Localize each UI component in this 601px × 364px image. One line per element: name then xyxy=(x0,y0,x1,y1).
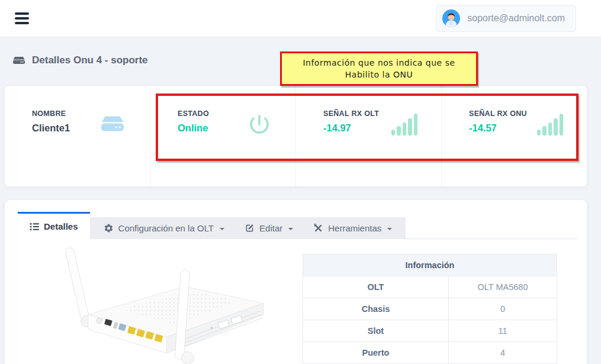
top-navbar: soporte@adminolt.com xyxy=(0,0,601,37)
edit-icon xyxy=(245,223,255,233)
onu-device-icon xyxy=(12,54,26,66)
row-slot-value: 11 xyxy=(449,320,557,342)
row-slot-label: Slot xyxy=(303,320,449,342)
stat-nombre-value: Cliente1 xyxy=(32,123,70,134)
tab-group: Configuración en la OLT Editar xyxy=(90,217,406,239)
stat-rx-onu-label: SEÑAL RX ONU xyxy=(469,109,527,118)
stat-rx-olt-value: -14.97 xyxy=(323,123,379,134)
stat-estado: ESTADO Online xyxy=(150,86,295,186)
user-avatar xyxy=(442,9,460,27)
tab-bar: Detalles Configuración en la OLT xyxy=(18,211,577,239)
stat-rx-olt-label: SEÑAL RX OLT xyxy=(323,109,379,118)
stat-nombre-label: NOMBRE xyxy=(32,109,70,118)
row-olt-value: OLT MA5680 xyxy=(449,276,557,298)
signal-bars-icon xyxy=(391,113,418,136)
screen: soporte@adminolt.com Detalles Onu 4 - so… xyxy=(0,0,601,364)
onu-status-card: NOMBRE Cliente1 ESTADO Online xyxy=(5,86,587,186)
stat-estado-label: ESTADO xyxy=(178,109,209,118)
row-chasis-label: Chasis xyxy=(303,298,449,320)
table-row-puerto: Puerto 4 xyxy=(303,342,557,364)
onu-device-icon xyxy=(99,112,126,138)
tab-detalles[interactable]: Detalles xyxy=(18,212,90,239)
page-title: Detalles Onu 4 - soporte xyxy=(32,54,148,66)
tab-editar[interactable]: Editar xyxy=(234,217,303,239)
user-email: soporte@adminolt.com xyxy=(467,13,565,24)
tools-icon xyxy=(313,223,323,233)
chevron-down-icon xyxy=(288,228,293,230)
chevron-down-icon xyxy=(387,228,392,230)
stat-nombre: NOMBRE Cliente1 xyxy=(5,86,150,186)
tab-herramientas[interactable]: Herramientas xyxy=(303,217,402,239)
menu-toggle-icon[interactable] xyxy=(15,12,29,24)
tab-detalles-label: Detalles xyxy=(44,221,78,231)
onu-product-image xyxy=(51,241,276,364)
stat-estado-value: Online xyxy=(178,123,209,134)
row-chasis-value: 0 xyxy=(449,298,557,320)
info-table-title: Información xyxy=(303,255,557,276)
table-row-olt: OLT OLT MA5680 xyxy=(303,276,557,298)
tab-herramientas-label: Herramientas xyxy=(328,223,381,233)
row-puerto-label: Puerto xyxy=(303,342,449,364)
stat-rx-onu-value: -14.57 xyxy=(469,123,527,134)
stat-senal-rx-olt: SEÑAL RX OLT -14.97 xyxy=(295,86,441,186)
tab-editar-label: Editar xyxy=(259,223,282,233)
user-menu[interactable]: soporte@adminolt.com xyxy=(436,5,576,32)
info-table-container: Información OLT OLT MA5680 Chasis 0 xyxy=(303,254,557,364)
table-row-chasis: Chasis 0 xyxy=(303,298,557,320)
power-icon xyxy=(247,112,272,139)
stat-senal-rx-onu: SEÑAL RX ONU -14.57 xyxy=(441,86,587,186)
tab-configuracion-label: Configuración en la OLT xyxy=(118,223,214,233)
row-puerto-value: 4 xyxy=(449,342,557,364)
annotation-line1: Información que nos indica que se xyxy=(282,57,476,69)
page-header: Detalles Onu 4 - soporte xyxy=(12,54,148,66)
details-panel: Detalles Configuración en la OLT xyxy=(5,200,587,364)
list-icon xyxy=(30,222,39,231)
table-header-row: Información xyxy=(303,255,557,276)
chevron-down-icon xyxy=(220,228,224,230)
tab-content: Información OLT OLT MA5680 Chasis 0 xyxy=(5,239,587,364)
signal-bars-icon xyxy=(537,113,564,136)
tab-configuracion-olt[interactable]: Configuración en la OLT xyxy=(94,217,234,239)
annotation-callout: Información que nos indica que se Habili… xyxy=(280,51,478,86)
annotation-line2: Habilito la ONU xyxy=(282,69,476,80)
info-table: Información OLT OLT MA5680 Chasis 0 xyxy=(303,254,557,364)
table-row-slot: Slot 11 xyxy=(303,320,557,342)
gear-icon xyxy=(104,223,114,233)
row-olt-label: OLT xyxy=(303,276,449,298)
